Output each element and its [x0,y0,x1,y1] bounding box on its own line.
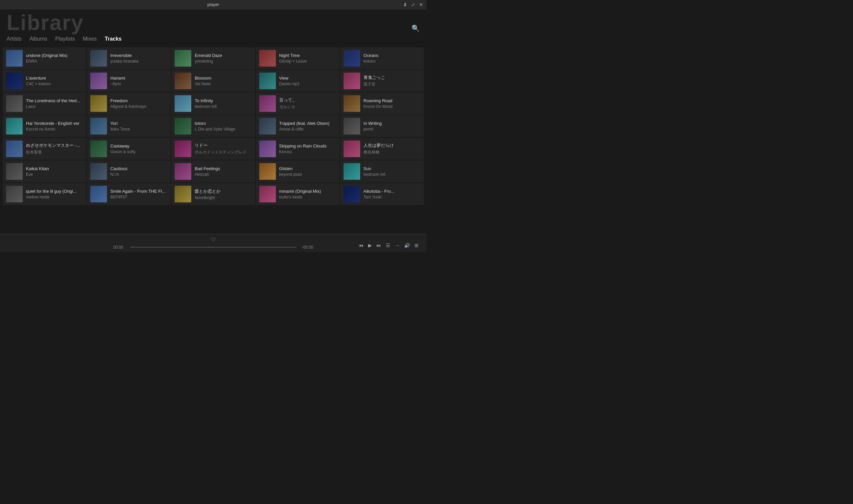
tab-artists[interactable]: Artists [7,35,21,42]
track-item[interactable]: Smile Again - From THE FI...BEFIRST [87,183,171,205]
track-thumbnail [6,163,23,180]
track-info: YoriItoko Toma [110,121,167,131]
volume-button[interactable]: 🔊 [403,242,411,249]
track-info: Kaikai KitanEve [26,166,83,177]
track-item[interactable]: Glistenbeyond pluto [256,160,340,182]
track-item[interactable]: Trapped (feat. Alek Olsen)Ariose & cliff… [256,115,340,137]
track-item[interactable]: Bad FeelingsHeizzah [171,160,255,182]
track-item[interactable]: quiet for the lil guy (Origi...mellow mo… [3,183,86,205]
track-thumbnail [90,141,107,157]
track-item[interactable]: 愛とか恋とかNovelbright [171,183,255,205]
track-info: totoroL.Dre and Vybe Village [195,121,251,131]
tab-playlists[interactable]: Playlists [55,35,75,42]
track-name: The Loneliness of the Hed... [26,98,83,103]
track-item[interactable]: 人生は夢だらけ椎名林檎 [340,138,424,160]
track-thumbnail [6,141,23,157]
download-button[interactable]: ⬇ [403,2,407,7]
track-name: 愛とか恋とか [195,188,251,194]
track-item[interactable]: Skipping on Rain CloudsKerusu [256,138,340,160]
track-item[interactable]: undone (Original Mix)ENRA [3,47,86,69]
track-item[interactable]: リドーポルカドットスティングレイ [171,138,255,160]
tab-mixes[interactable]: Mixes [83,35,97,42]
track-name: Kaikai Kitan [26,166,83,171]
track-item[interactable]: Roaming RoadKnock On Wood [340,92,424,114]
track-thumbnail [6,118,23,134]
track-info: CautiousN.I.K [110,166,167,177]
track-item[interactable]: 言って。ヨルシカ [256,92,340,114]
track-item[interactable]: To Infinitybedroom lofi [171,92,255,114]
track-info: In Writingpemil [364,121,420,131]
track-item[interactable]: totoroL.Dre and Vybe Village [171,115,255,137]
track-artist: Kocchi no Kento [26,127,83,131]
track-item[interactable]: Irreversibleyutaka hirasaka [87,47,171,69]
track-thumbnail [259,73,276,89]
tracks-grid: undone (Original Mix)ENRAIrreversibleyut… [3,47,424,205]
play-button[interactable]: ▶ [367,242,373,249]
track-thumbnail [175,186,191,202]
track-thumbnail [259,163,276,180]
track-thumbnail [259,95,276,112]
track-item[interactable]: ViewDaniel.mp3 [256,70,340,92]
track-item[interactable]: Sunbedroom lofi [340,160,424,182]
track-thumbnail [344,118,360,134]
track-info: 愛とか恋とかNovelbright [195,188,251,200]
track-item[interactable]: Emerald Dazeyonderling [171,47,255,69]
forward-button[interactable]: → [394,242,401,249]
track-name: 言って。 [279,97,336,103]
track-info: Roaming RoadKnock On Wood [364,98,420,109]
heart-button[interactable]: ♡ [211,237,215,243]
track-name: totoro [195,121,251,126]
close-button[interactable]: ✕ [419,2,423,7]
track-item[interactable]: CastawayGoson & softy [87,138,171,160]
track-name: undone (Original Mix) [26,53,83,58]
track-item[interactable]: Oceanskokoro [340,47,424,69]
track-info: めざせポケモンマスター -...松本梨香 [26,143,83,155]
track-item[interactable]: Hanami~flynn [87,70,171,92]
track-name: Yori [110,121,167,126]
library-title: Library [7,12,420,33]
track-name: リドー [195,143,251,148]
track-artist: Novelbright [195,195,251,200]
track-item[interactable]: L'aventureC4C × kokoro [3,70,86,92]
track-artist: C4C × kokoro [26,82,83,86]
track-artist: Eve [26,172,83,177]
track-item[interactable]: Kaikai KitanEve [3,160,86,182]
track-item[interactable]: YoriItoko Toma [87,115,171,137]
track-info: CastawayGoson & softy [110,143,167,154]
track-thumbnail [175,163,191,180]
track-item[interactable]: Aikotoba - Fro...Tani Yuuki [340,183,424,205]
track-thumbnail [344,141,360,157]
progress-bar[interactable] [130,247,297,248]
track-item[interactable]: In Writingpemil [340,115,424,137]
track-thumbnail [6,73,23,89]
track-name: Castaway [110,143,167,148]
track-item[interactable]: Night TimeGlimlip × Leave [256,47,340,69]
picture-button[interactable]: ⊞ [413,242,420,249]
track-info: FreedomAllgood & Kanimayo [110,98,167,109]
track-item[interactable]: The Loneliness of the Hed...Laevi [3,92,86,114]
track-item[interactable]: CautiousN.I.K [87,160,171,182]
track-name: View [279,76,336,80]
tab-tracks[interactable]: Tracks [105,35,122,42]
track-item[interactable]: めざせポケモンマスター -...松本梨香 [3,138,86,160]
track-item[interactable]: 青鬼ごっこ黒子音 [340,70,424,92]
next-button[interactable]: ⏭ [375,242,383,249]
queue-button[interactable]: ☰ [384,242,391,249]
track-thumbnail [344,50,360,67]
track-item[interactable]: minamii (Original Mix)louke's beats [256,183,340,205]
expand-button[interactable]: ⤢ [411,2,415,7]
track-name: Aikotoba - Fro... [364,189,420,194]
track-item[interactable]: Hai Yorokonde - English verKocchi no Ken… [3,115,86,137]
track-artist: Kerusu [279,149,336,154]
track-artist: 椎名林檎 [364,149,420,155]
track-item[interactable]: FreedomAllgood & Kanimayo [87,92,171,114]
search-icon[interactable]: 🔍 [412,24,420,32]
time-current: 00:00 [113,245,127,250]
track-artist: Daniel.mp3 [279,82,336,86]
track-artist: Val Neter [195,82,251,86]
tab-albums[interactable]: Albums [29,35,47,42]
track-item[interactable]: BlossomVal Neter [171,70,255,92]
prev-button[interactable]: ⏮ [358,242,365,249]
track-info: ViewDaniel.mp3 [279,76,336,86]
track-name: Blossom [195,76,251,80]
